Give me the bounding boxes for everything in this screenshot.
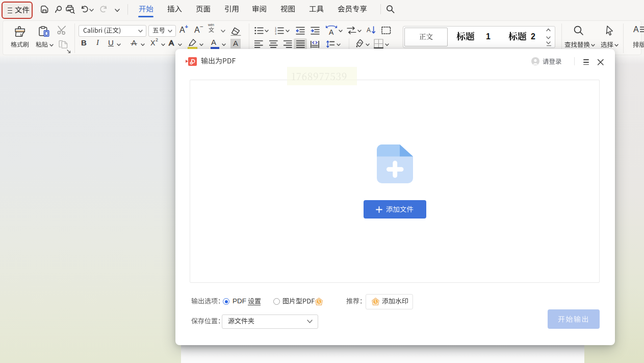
svg-text:3: 3: [275, 32, 276, 35]
svg-text:A: A: [367, 27, 371, 34]
svg-text:A: A: [329, 28, 334, 36]
